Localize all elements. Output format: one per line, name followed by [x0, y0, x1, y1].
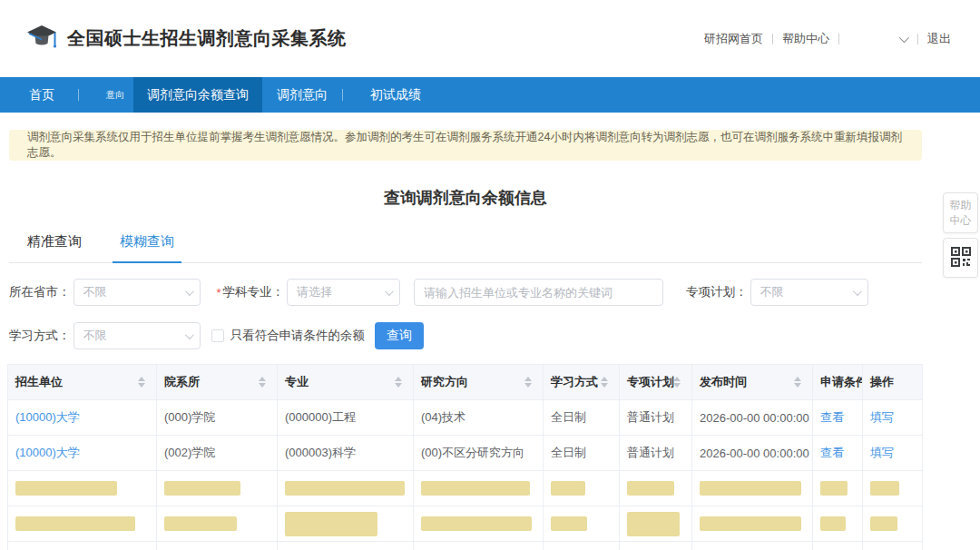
col-direction[interactable]: 研究方向	[414, 365, 544, 400]
sort-icon[interactable]	[259, 377, 266, 388]
top-right-links: 研招网首页 帮助中心 退出	[704, 31, 951, 47]
unit-link[interactable]: (10000)大学	[15, 446, 80, 459]
redacted-cell	[421, 481, 530, 496]
redacted-cell	[700, 481, 801, 496]
table-row-redacted	[8, 506, 923, 542]
floating-help-center[interactable]: 帮助中心	[943, 192, 978, 233]
table-row	[8, 542, 923, 550]
graduation-cap-icon	[25, 24, 58, 54]
chevron-down-icon	[385, 287, 394, 296]
nav-divider	[342, 89, 343, 101]
sort-icon[interactable]	[794, 377, 801, 388]
redacted-cell	[700, 516, 801, 531]
subject-select-placeholder: 请选择	[297, 284, 332, 300]
tab-fuzzy-query[interactable]: 模糊查询	[113, 233, 181, 263]
redacted-cell	[551, 481, 585, 496]
view-link[interactable]: 查看	[820, 410, 844, 424]
username-redacted	[848, 38, 890, 39]
filter-row-2: 学习方式： 不限 只看符合申请条件的余额 查询	[9, 322, 980, 349]
only-eligible-checkbox[interactable]	[211, 329, 224, 342]
col-study-mode[interactable]: 学习方式	[544, 365, 620, 400]
link-yanzhao-home[interactable]: 研招网首页	[704, 31, 763, 47]
sort-icon[interactable]	[138, 377, 145, 388]
top-header: 全国硕士生招生调剂意向采集系统 研招网首页 帮助中心 退出	[0, 0, 980, 77]
plan-select[interactable]: 不限	[750, 279, 868, 306]
logout-link[interactable]: 退出	[927, 31, 951, 47]
table-row-redacted	[8, 471, 923, 506]
redacted-cell	[820, 516, 846, 531]
table-row: (10000)大学 (002)学院 (000003)科学 (00)不区分研究方向…	[8, 436, 923, 471]
divider	[917, 34, 918, 44]
redacted-cell	[627, 512, 680, 536]
direction-cell: (04)技术	[414, 400, 544, 436]
nav-item-intention[interactable]: 意向	[106, 77, 124, 113]
nav-divider	[78, 89, 79, 101]
filter-row-1: 所在省市： 不限 * 学科专业： 请选择 专项计划： 不限	[9, 279, 980, 306]
unit-link[interactable]: (10000)大学	[15, 410, 80, 424]
col-plan[interactable]: 专项计划	[620, 365, 692, 400]
sort-icon[interactable]	[524, 377, 532, 388]
balance-table: 招生单位 院系所 专业 研究方向 学习方式 专项计划 发布时间 申请条件 操作	[7, 364, 923, 550]
only-eligible-label[interactable]: 只看符合申请条件的余额	[230, 328, 366, 344]
redacted-cell	[15, 516, 135, 531]
qr-code-icon	[950, 246, 972, 270]
redacted-cell	[15, 481, 117, 496]
publish-time-cell: 2026-00-00 00:00:00	[692, 400, 813, 436]
nav-item-initial-score[interactable]: 初试成绩	[370, 77, 421, 113]
tab-precise-query[interactable]: 精准查询	[20, 233, 89, 262]
col-publish-time[interactable]: 发布时间	[692, 365, 813, 400]
redacted-cell	[820, 481, 848, 496]
fill-link[interactable]: 填写	[870, 446, 894, 459]
redacted-cell	[870, 481, 899, 496]
plan-cell: 普通计划	[620, 400, 692, 436]
redacted-cell	[627, 481, 674, 496]
sort-icon[interactable]	[395, 377, 402, 388]
col-unit[interactable]: 招生单位	[8, 365, 157, 400]
major-cell: (000003)科学	[278, 436, 414, 471]
nav-item-home[interactable]: 首页	[29, 77, 54, 113]
publish-time-cell: 2026-00-00 00:00:00	[692, 436, 813, 471]
keyword-input[interactable]	[414, 279, 663, 306]
col-apply-condition: 申请条件	[813, 365, 863, 400]
redacted-cell	[870, 516, 897, 531]
notice-banner: 调剂意向采集系统仅用于招生单位提前掌握考生调剂意愿情况。参加调剂的考生可在调剂服…	[9, 130, 922, 161]
col-actions: 操作	[863, 365, 923, 400]
study-mode-label: 学习方式：	[9, 328, 71, 344]
subject-label: 学科专业：	[223, 284, 285, 300]
province-select[interactable]: 不限	[74, 279, 201, 306]
app-title: 全国硕士生招生调剂意向采集系统	[67, 26, 347, 51]
link-help-center[interactable]: 帮助中心	[782, 31, 829, 47]
view-link[interactable]: 查看	[820, 446, 844, 459]
study-mode-select-value: 不限	[83, 328, 107, 344]
nav-item-balance-query[interactable]: 调剂意向余额查询	[133, 77, 262, 113]
province-label: 所在省市：	[9, 284, 71, 300]
table-header-row: 招生单位 院系所 专业 研究方向 学习方式 专项计划 发布时间 申请条件 操作	[8, 365, 923, 400]
sort-icon[interactable]	[673, 377, 681, 388]
subject-select[interactable]: 请选择	[287, 279, 400, 306]
nav-item-adjust-intention[interactable]: 调剂意向	[277, 77, 328, 113]
col-major[interactable]: 专业	[278, 365, 414, 400]
query-tabs: 精准查询 模糊查询	[9, 233, 922, 263]
direction-cell: (00)不区分研究方向	[414, 436, 544, 471]
fill-link[interactable]: 填写	[870, 410, 894, 424]
chevron-down-icon	[184, 287, 193, 296]
search-button[interactable]: 查询	[375, 322, 424, 349]
chevron-down-icon[interactable]	[899, 32, 909, 42]
plan-select-value: 不限	[760, 284, 784, 300]
floating-qr-button[interactable]	[943, 238, 978, 278]
redacted-cell	[421, 516, 532, 531]
col-department[interactable]: 院系所	[157, 365, 278, 400]
plan-cell: 普通计划	[620, 436, 692, 471]
province-select-value: 不限	[83, 284, 107, 300]
redacted-cell	[164, 516, 237, 531]
study-mode-select[interactable]: 不限	[74, 322, 201, 349]
major-cell: (000000)工程	[278, 400, 414, 436]
study-mode-cell: 全日制	[544, 436, 620, 471]
chevron-down-icon	[853, 287, 862, 296]
department-cell: (000)学院	[157, 400, 278, 436]
department-cell: (002)学院	[157, 436, 278, 471]
help-center-label: 帮助中心	[949, 198, 973, 227]
page: 全国硕士生招生调剂意向采集系统 研招网首页 帮助中心 退出 首页 意向 调剂意向…	[0, 0, 980, 550]
sort-icon[interactable]	[601, 377, 608, 388]
redacted-cell	[551, 516, 587, 531]
